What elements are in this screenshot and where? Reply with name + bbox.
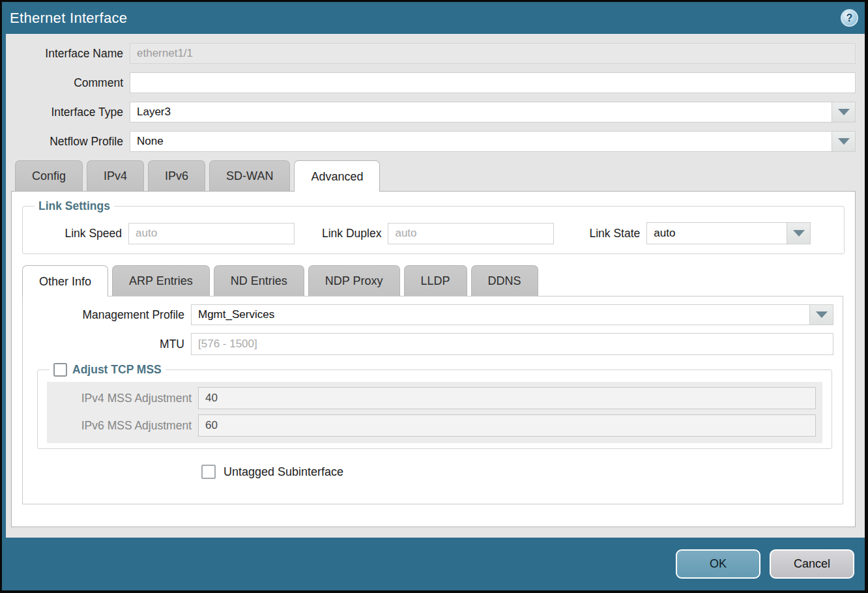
main-tab-strip: Config IPv4 IPv6 SD-WAN Advanced [2, 160, 865, 191]
interface-name-row: Interface Name [8, 43, 856, 64]
link-state-dropdown-button[interactable] [787, 223, 810, 244]
adjust-tcp-mss-checkbox[interactable] [53, 363, 67, 377]
chevron-down-icon [793, 230, 805, 237]
tab-ddns[interactable]: DDNS [471, 265, 538, 296]
other-info-panel: Management Profile Mgmt_Services MTU Adj… [22, 296, 843, 504]
tab-arp-entries[interactable]: ARP Entries [112, 265, 210, 296]
advanced-tab-panel: Link Settings Link Speed Link Duplex Lin… [11, 191, 856, 527]
netflow-profile-dropdown[interactable]: None [130, 131, 856, 152]
comment-field[interactable] [130, 72, 856, 93]
link-state-value[interactable]: auto [647, 223, 787, 244]
management-profile-dropdown[interactable]: Mgmt_Services [191, 304, 833, 325]
ok-button[interactable]: OK [676, 549, 760, 579]
tab-lldp[interactable]: LLDP [404, 265, 467, 296]
management-profile-dropdown-button[interactable] [809, 305, 833, 325]
interface-type-dropdown-button[interactable] [832, 102, 855, 122]
tab-ipv4[interactable]: IPv4 [87, 160, 144, 191]
link-settings-legend: Link Settings [35, 199, 114, 213]
management-profile-label: Management Profile [23, 308, 191, 322]
mss-disabled-group: IPv4 MSS Adjustment IPv6 MSS Adjustment [47, 382, 822, 443]
untagged-subinterface-row: Untagged Subinterface [201, 465, 833, 479]
link-state-dropdown[interactable]: auto [646, 222, 811, 244]
netflow-profile-row: Netflow Profile None [8, 131, 856, 152]
link-speed-label: Link Speed [31, 227, 128, 240]
cancel-button[interactable]: Cancel [770, 549, 854, 579]
interface-type-row: Interface Type Layer3 [8, 102, 856, 123]
chevron-down-icon [816, 311, 828, 318]
management-profile-value[interactable]: Mgmt_Services [192, 305, 809, 325]
tab-config[interactable]: Config [15, 160, 83, 191]
ipv4-mss-field [198, 387, 816, 409]
link-duplex-field[interactable] [388, 223, 554, 244]
comment-label: Comment [8, 76, 130, 90]
link-settings-row: Link Speed Link Duplex Link State auto [31, 222, 836, 244]
interface-name-field [130, 43, 856, 64]
mtu-row: MTU [23, 333, 833, 355]
link-state-label: Link State [589, 227, 646, 240]
netflow-profile-dropdown-button[interactable] [832, 132, 855, 151]
link-settings-fieldset: Link Settings Link Speed Link Duplex Lin… [22, 199, 845, 254]
comment-row: Comment [8, 72, 856, 93]
ipv4-mss-row: IPv4 MSS Adjustment [53, 387, 816, 409]
title-bar: Ethernet Interface ? [2, 2, 865, 34]
tab-nd-entries[interactable]: ND Entries [214, 265, 304, 296]
tab-other-info[interactable]: Other Info [22, 265, 108, 296]
untagged-subinterface-checkbox[interactable] [201, 465, 216, 479]
mtu-field[interactable] [191, 333, 833, 355]
interface-form: Interface Name Comment Interface Type La… [2, 34, 865, 152]
ipv6-mss-label: IPv6 MSS Adjustment [53, 419, 198, 433]
chevron-down-icon [838, 109, 850, 115]
management-profile-row: Management Profile Mgmt_Services [23, 304, 833, 325]
adjust-tcp-mss-fieldset: Adjust TCP MSS IPv4 MSS Adjustment IPv6 … [37, 363, 832, 449]
interface-type-dropdown[interactable]: Layer3 [130, 102, 856, 123]
dialog-footer: OK Cancel [2, 538, 865, 590]
tab-ndp-proxy[interactable]: NDP Proxy [308, 265, 400, 296]
link-speed-field[interactable] [128, 223, 295, 244]
netflow-profile-value[interactable]: None [130, 132, 832, 151]
tab-ipv6[interactable]: IPv6 [148, 160, 205, 191]
interface-type-value[interactable]: Layer3 [130, 102, 832, 122]
dialog-title: Ethernet Interface [10, 10, 127, 27]
tab-sd-wan[interactable]: SD-WAN [209, 160, 290, 191]
ipv6-mss-field [198, 414, 816, 437]
interface-type-label: Interface Type [8, 106, 130, 119]
help-icon[interactable]: ? [841, 9, 858, 27]
ipv6-mss-row: IPv6 MSS Adjustment [53, 414, 816, 437]
mtu-label: MTU [23, 338, 191, 351]
advanced-sub-tab-strip: Other Info ARP Entries ND Entries NDP Pr… [22, 265, 845, 296]
ethernet-interface-dialog: Ethernet Interface ? Interface Name Comm… [0, 0, 868, 593]
link-duplex-label: Link Duplex [322, 227, 388, 240]
adjust-tcp-mss-label: Adjust TCP MSS [72, 363, 162, 377]
adjust-tcp-mss-legend: Adjust TCP MSS [50, 363, 166, 377]
untagged-subinterface-label: Untagged Subinterface [224, 465, 343, 479]
interface-name-label: Interface Name [8, 47, 130, 61]
ipv4-mss-label: IPv4 MSS Adjustment [53, 392, 198, 405]
tab-advanced[interactable]: Advanced [294, 160, 380, 192]
chevron-down-icon [838, 138, 850, 145]
window-left-border [2, 34, 6, 538]
netflow-profile-label: Netflow Profile [8, 135, 130, 149]
